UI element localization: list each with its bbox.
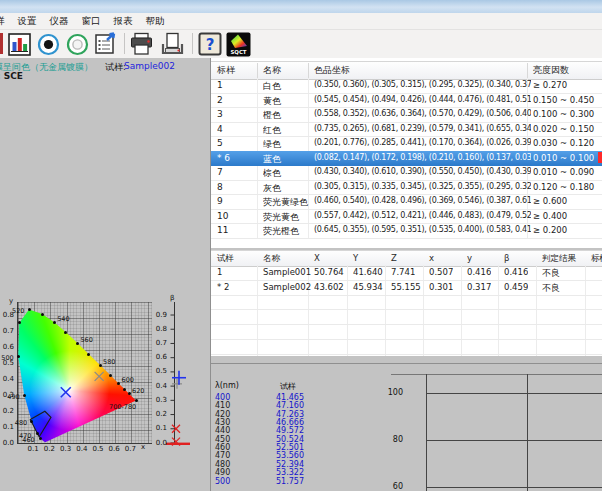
sample-name-value: Sample002	[124, 61, 175, 71]
gridline-vertical	[527, 374, 528, 491]
sample-result: 不良	[542, 282, 587, 295]
col-header-chromaticity[interactable]: 色品坐标	[314, 64, 350, 77]
sample-name: Sample002	[263, 282, 312, 292]
col-header-X[interactable]: X	[314, 253, 320, 263]
standard-color-name: 灰色	[263, 182, 312, 195]
standard-luminance-range: ≥ 0.600	[533, 196, 601, 206]
standards-table-row[interactable]: 3 橙色 (0.558, 0.352), (0.636, 0.364), (0.…	[211, 107, 602, 123]
standards-table-row[interactable]: 5 绿色 (0.201, 0.776), (0.285, 0.441), (0.…	[211, 136, 602, 152]
standard-luminance-range: 0.010 ~ 0.100	[533, 153, 601, 163]
header-separator	[308, 63, 309, 78]
col-header-Y[interactable]: Y	[353, 253, 358, 263]
standard-luminance-range: ≥ 0.270	[533, 80, 601, 90]
standard-chromaticity-coords: (0.082, 0.147), (0.172, 0.198), (0.210, …	[314, 153, 531, 162]
bar-chart-icon	[8, 33, 31, 56]
col-header-ref-standard[interactable]: 标样	[591, 253, 602, 265]
standard-id: * 6	[217, 153, 257, 163]
standard-color-name: 橙色	[263, 109, 312, 122]
standard-color-name: 红色	[263, 124, 312, 137]
standard-id: 3	[217, 109, 257, 119]
standard-chromaticity-coords: (0.545, 0.454), (0.494, 0.426), (0.444, …	[314, 95, 531, 104]
help-button[interactable]: ?	[197, 31, 223, 57]
menu-item[interactable]: 仪器	[48, 15, 71, 28]
col-header-beta[interactable]: β	[504, 253, 509, 263]
chromaticity-panel: 膜呈间色（无金属镀膜） 试样: Sample002 : SCE	[0, 58, 211, 491]
sample-result: 不良	[542, 267, 587, 280]
menu-item[interactable]: 设置	[16, 15, 39, 28]
print-button[interactable]	[128, 31, 154, 57]
selected-row-edge-marker	[598, 152, 602, 163]
standard-color-name: 荧光黄绿色	[263, 196, 312, 209]
sample-beta: 0.459	[504, 282, 528, 292]
standard-id: 5	[217, 138, 257, 148]
measurement-mode: : SCE	[0, 71, 23, 81]
standards-table-row[interactable]: 1 白色 (0.350, 0.360), (0.305, 0.315), (0.…	[211, 78, 602, 94]
standard-chromaticity-coords: (0.305, 0.315), (0.335, 0.345), (0.325, …	[314, 182, 531, 191]
standards-table-row[interactable]: 7 棕色 (0.430, 0.340), (0.610, 0.390), (0.…	[211, 165, 602, 181]
menu-item[interactable]: 帮助	[144, 15, 167, 28]
col-header-Z[interactable]: Z	[391, 253, 397, 263]
app-window: 样设置仪器窗口报表帮助	[0, 0, 602, 491]
standard-id: 8	[217, 182, 257, 192]
standards-table-row[interactable]: * 6 蓝色 (0.082, 0.147), (0.172, 0.198), (…	[211, 151, 602, 167]
data-panel: 标样 名称 色品坐标 亮度因数 1 白色 (0.350, 0.360), (0.…	[211, 58, 602, 491]
sample-id: * 2	[217, 282, 257, 292]
report-export-icon	[94, 32, 118, 56]
samples-table-row[interactable]: * 2 Sample002 43.602 45.934 55.155 0.301…	[211, 280, 602, 296]
standards-table-row[interactable]: 9 荧光黄绿色 (0.460, 0.540), (0.428, 0.496), …	[211, 194, 602, 210]
standards-table-row[interactable]: 8 灰色 (0.305, 0.315), (0.335, 0.345), (0.…	[211, 180, 602, 196]
standard-id: 2	[217, 95, 257, 105]
standard-color-name: 黄色	[263, 95, 312, 108]
standard-color-name: 荧光黄色	[263, 211, 312, 224]
sample-X: 43.602	[314, 282, 344, 292]
col-header-sample-id[interactable]: 试样	[217, 253, 234, 265]
gridline-60	[426, 487, 602, 488]
toolbar: ? SQCT	[0, 30, 602, 59]
sample-Y: 45.934	[353, 282, 383, 292]
spectral-row[interactable]: 500 51.757	[211, 478, 341, 486]
header-separator	[257, 63, 258, 78]
report-button[interactable]	[93, 31, 119, 57]
title-bar	[0, 0, 602, 13]
standard-luminance-range: 0.100 ~ 0.300	[533, 109, 601, 119]
toolbar-separator	[124, 33, 125, 54]
standards-table-row[interactable]: 2 黄色 (0.545, 0.454), (0.494, 0.426), (0.…	[211, 93, 602, 109]
standards-table-row[interactable]: 11 荧光橙色 (0.645, 0.355), (0.595, 0.351), …	[211, 223, 602, 239]
standard-id: 10	[217, 211, 257, 221]
col-header-standard-id[interactable]: 标样	[217, 64, 235, 77]
standard-color-name: 荧光橙色	[263, 225, 312, 238]
wavelength-value: 500	[215, 478, 230, 487]
col-header-y[interactable]: y	[467, 253, 472, 263]
menu-item[interactable]: 窗口	[80, 15, 103, 28]
ytick-80: 80	[373, 435, 403, 444]
col-header-result[interactable]: 判定结果	[542, 253, 576, 265]
gridline-100	[426, 393, 602, 394]
sqct-logo-button[interactable]: SQCT	[225, 31, 251, 57]
standard-luminance-range: 0.120 ~ 0.180	[533, 182, 601, 192]
standard-chromaticity-coords: (0.460, 0.540), (0.428, 0.496), (0.369, …	[314, 196, 531, 205]
print-output-button[interactable]	[159, 31, 185, 57]
standard-chromaticity-coords: (0.645, 0.355), (0.595, 0.351), (0.535, …	[314, 225, 531, 234]
standard-chromaticity-coords: (0.430, 0.340), (0.610, 0.390), (0.550, …	[314, 167, 531, 176]
col-header-name[interactable]: 名称	[263, 64, 281, 77]
chart-view-button[interactable]	[6, 31, 32, 57]
sample-X: 50.764	[314, 267, 344, 277]
help-icon: ?	[198, 32, 222, 56]
col-header-luminance-factor[interactable]: 亮度因数	[533, 64, 569, 77]
standards-table-row[interactable]: 10 荧光黄色 (0.557, 0.442), (0.512, 0.421), …	[211, 209, 602, 225]
standard-chromaticity-coords: (0.201, 0.776), (0.285, 0.441), (0.170, …	[314, 138, 531, 147]
standards-table-row[interactable]: 4 红色 (0.735, 0.265), (0.681, 0.239), (0.…	[211, 122, 602, 138]
menu-item[interactable]: 样	[0, 15, 7, 28]
page-output-icon	[160, 32, 185, 57]
col-header-x[interactable]: x	[429, 253, 434, 263]
col-header-sample-name[interactable]: 名称	[263, 253, 280, 265]
measure-standard-button[interactable]	[35, 31, 61, 57]
measure-sample-button[interactable]	[64, 31, 90, 57]
chart-top-border	[391, 374, 602, 375]
standard-color-name: 蓝色	[263, 153, 312, 166]
menu-item[interactable]: 报表	[112, 15, 135, 28]
samples-table-row[interactable]: 1 Sample001 50.764 41.640 7.741 0.507 0.…	[211, 265, 602, 281]
standard-luminance-range: 0.030 ~ 0.120	[533, 138, 601, 148]
empty-sample-rows	[211, 295, 602, 356]
standard-chromaticity-coords: (0.557, 0.442), (0.512, 0.421), (0.446, …	[314, 211, 531, 220]
